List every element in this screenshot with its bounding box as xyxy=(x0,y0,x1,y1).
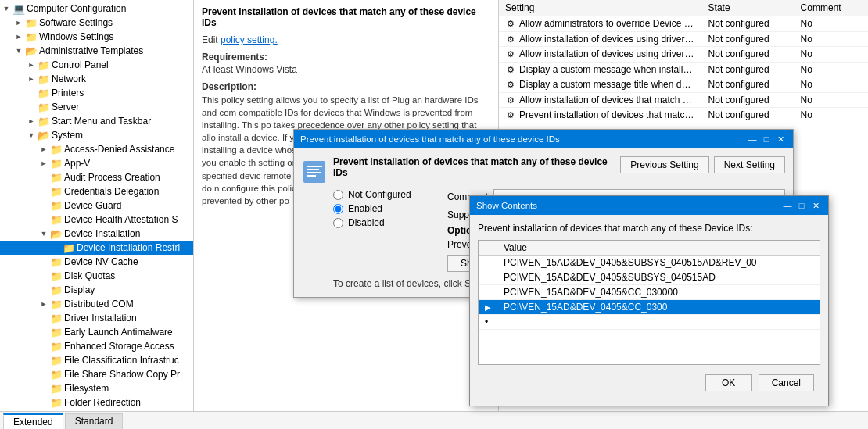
sc-arrow-header xyxy=(479,241,497,256)
svg-rect-4 xyxy=(307,175,316,177)
radio-disabled-label: Disabled xyxy=(348,217,385,228)
sc-row-4[interactable]: • xyxy=(479,315,820,330)
modal-overlay: Prevent installation of devices that mat… xyxy=(0,0,868,429)
policy-dialog-title: Prevent installation of devices that mat… xyxy=(300,134,746,144)
policy-dialog-max-btn[interactable]: □ xyxy=(760,133,773,145)
show-contents-body: Prevent installation of devices that mat… xyxy=(470,215,828,406)
sc-row-3-selected[interactable]: ▶ xyxy=(479,300,820,315)
sc-input-1[interactable] xyxy=(504,272,813,283)
policy-icon xyxy=(302,156,327,187)
sc-arrow-3: ▶ xyxy=(479,300,497,315)
policy-dialog-min-btn[interactable]: — xyxy=(746,133,759,145)
show-contents-min-btn[interactable]: — xyxy=(781,199,794,212)
sc-value-header: Value xyxy=(497,241,820,256)
policy-dialog-close-btn[interactable]: ✕ xyxy=(774,133,787,145)
previous-setting-btn[interactable]: Previous Setting xyxy=(620,156,708,173)
show-contents-controls: — □ ✕ xyxy=(781,199,822,212)
show-contents-title: Show Contents xyxy=(476,201,781,210)
radio-not-configured-label: Not Configured xyxy=(348,189,411,200)
svg-rect-3 xyxy=(307,172,321,173)
sc-arrow-4: • xyxy=(479,315,497,330)
sc-row-1[interactable] xyxy=(479,270,820,285)
svg-rect-2 xyxy=(307,169,319,170)
radio-not-configured-input[interactable] xyxy=(333,190,343,200)
sc-input-3[interactable] xyxy=(504,302,813,313)
show-contents-ok-btn[interactable]: OK xyxy=(705,374,752,391)
show-contents-table: Value xyxy=(479,241,820,330)
show-contents-titlebar: Show Contents — □ ✕ xyxy=(470,196,828,215)
show-contents-dialog: Show Contents — □ ✕ Prevent installation… xyxy=(469,195,829,406)
sc-arrow-2 xyxy=(479,285,497,300)
show-contents-cancel-btn[interactable]: Cancel xyxy=(759,374,814,391)
next-setting-btn[interactable]: Next Setting xyxy=(714,156,785,173)
sc-row-0[interactable] xyxy=(479,256,820,270)
radio-enabled-input[interactable] xyxy=(333,204,343,214)
policy-dialog-controls: — □ ✕ xyxy=(746,133,787,145)
svg-rect-1 xyxy=(307,166,322,167)
policy-dialog-policy-title: Prevent installation of devices that mat… xyxy=(333,156,612,178)
show-contents-max-btn[interactable]: □ xyxy=(795,199,808,212)
sc-row-2[interactable] xyxy=(479,285,820,300)
show-contents-close-btn[interactable]: ✕ xyxy=(809,199,822,212)
policy-dialog-titlebar: Prevent installation of devices that mat… xyxy=(294,130,793,148)
radio-enabled-label: Enabled xyxy=(348,203,382,214)
sc-arrow-0 xyxy=(479,256,497,270)
radio-disabled[interactable]: Disabled xyxy=(333,217,435,228)
radio-enabled[interactable]: Enabled xyxy=(333,203,435,214)
radio-disabled-input[interactable] xyxy=(333,218,343,228)
sc-input-0[interactable] xyxy=(504,257,813,268)
show-contents-table-wrap: Value xyxy=(478,240,820,365)
radio-not-configured[interactable]: Not Configured xyxy=(333,189,435,200)
show-contents-footer: OK Cancel xyxy=(478,368,820,398)
sc-arrow-1 xyxy=(479,270,497,285)
sc-input-4[interactable] xyxy=(504,316,813,327)
sc-input-2[interactable] xyxy=(504,287,813,298)
show-contents-desc: Prevent installation of devices that mat… xyxy=(478,223,820,234)
